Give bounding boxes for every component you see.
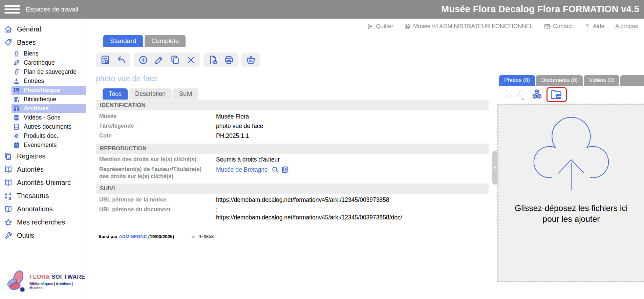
header-link-contact[interactable]: Contact: [544, 23, 573, 30]
sidebar-item-archives[interactable]: Archives: [12, 104, 86, 113]
view-tab-standard[interactable]: Standard: [103, 35, 143, 47]
cloud-upload-hd-icon: HD: [516, 89, 528, 100]
sidebar-item-entrees[interactable]: Entrées: [12, 77, 86, 86]
sidebar-item-registres[interactable]: Registres: [0, 150, 86, 163]
sidebar-item-thesaurus[interactable]: ABThesaurus: [0, 189, 86, 202]
sidebar-item-evenements[interactable]: Evènements: [12, 141, 86, 150]
workspace-label: Espaces de travail: [26, 6, 78, 13]
section-header-reproduction: REPRODUCTION: [96, 144, 489, 154]
sidebar-item-produits-doc[interactable]: Produits doc.: [12, 131, 86, 141]
doc-icon: [13, 123, 20, 130]
record-toolbar: [96, 52, 497, 67]
view-tab-complete[interactable]: Complète: [145, 35, 186, 47]
media-tab-documents-0[interactable]: Documents (0): [536, 75, 583, 86]
section-header-suivi: SUIVI: [96, 184, 489, 194]
authority-link[interactable]: Musée de Bretagne: [216, 166, 268, 173]
sidebar-item-label: Biens: [24, 50, 39, 57]
sidebar-item-biens[interactable]: Biens: [12, 49, 86, 58]
record-title: photo vue de face: [96, 74, 497, 83]
field-label: Mention des droits sur le(s) cliché(s): [99, 156, 216, 163]
file-dropzone[interactable]: Glissez-déposez les fichiers ici pour le…: [497, 104, 644, 282]
delete-button[interactable]: [186, 54, 196, 65]
edit-icon: [154, 55, 164, 65]
sidebar: GénéralBasesBiensCarothèquePlan de sauve…: [0, 19, 86, 299]
field-value: Soumis à droits d'auteur: [216, 156, 489, 164]
sidebar-item-plan-de-sauvegarde[interactable]: Plan de sauvegarde: [12, 67, 86, 77]
open-record-button[interactable]: [281, 166, 289, 174]
wrench-icon: [4, 231, 13, 240]
copy-button[interactable]: [170, 54, 180, 65]
cloud-upload-hd-button[interactable]: HD: [516, 89, 528, 100]
header-link-musee-v4-administrateur-fonctionnel[interactable]: Musée v4 ADMINISTRATEUR FONCTIONNEL: [404, 23, 533, 30]
add-icon: [138, 55, 148, 65]
sidebar-item-carotheque[interactable]: Carothèque: [12, 58, 86, 67]
hamburger-menu-icon[interactable]: [4, 3, 20, 15]
field-value: Musée de Bretagne: [216, 166, 489, 174]
field-value: https://demobam.decalog.net/formationv45…: [216, 196, 489, 204]
sidebar-item-bibliotheque[interactable]: Bibliothèque: [12, 95, 86, 104]
sidebar-item-label: Mes recherches: [17, 218, 65, 226]
header-link-aide[interactable]: ?Aide: [584, 23, 604, 30]
sidebar-item-general[interactable]: Général: [0, 23, 86, 36]
search-button[interactable]: [271, 166, 279, 174]
search-icon: [271, 166, 279, 174]
field-label: URL pérenne du document: [99, 206, 216, 213]
field-row: CotePH.2025.1.1: [96, 131, 489, 141]
field-row: Représentant(s) de l’auteur/Titulaire(s)…: [96, 165, 489, 181]
book-icon: [4, 165, 13, 174]
cloud-upload-button[interactable]: [501, 90, 513, 100]
field-row: Titre/légendephoto vue de face: [96, 122, 489, 131]
sidebar-item-autres-documents[interactable]: Autres documents: [12, 122, 86, 131]
copy-icon: [170, 55, 180, 65]
media-panel: Photos (0)Documents (0)Vidéos (0) HD Gli…: [497, 34, 644, 299]
book-icon: [4, 178, 13, 187]
sidebar-item-annotations[interactable]: Annotations: [0, 202, 86, 216]
sidebar-item-autorites[interactable]: Autorités: [0, 163, 86, 176]
folder-image-icon: [550, 89, 563, 100]
field-row: MuséeMusée Flora: [96, 112, 489, 122]
sidebar-item-label: Autorités Unimarc: [17, 179, 71, 187]
cubes-button[interactable]: [531, 89, 543, 101]
basket-button[interactable]: [245, 54, 256, 65]
header-link-a-propos[interactable]: A propos: [615, 23, 638, 30]
header-link-label: Aide: [593, 23, 604, 30]
record-tab-suivi[interactable]: Suivi: [173, 88, 198, 100]
sidebar-item-videos-sons[interactable]: Vidéos - Sons: [12, 113, 86, 122]
undo-button[interactable]: [116, 54, 126, 65]
saisi-user-link[interactable]: ADMINFONC: [119, 234, 147, 239]
extinguisher-icon: [13, 68, 20, 76]
record-tab-description[interactable]: Description: [129, 88, 172, 100]
sidebar-item-label: Thesaurus: [17, 192, 49, 200]
svg-text:HD: HD: [521, 98, 524, 100]
print-icon: [224, 55, 234, 65]
record-footer: Saisi par ADMINFONC (19/03/2025) uk : 97…: [99, 234, 497, 239]
cloud-upload-big-icon: [519, 112, 623, 197]
inbox-down-icon: [13, 78, 20, 85]
seal-icon: [13, 50, 20, 57]
export-button[interactable]: [208, 54, 218, 65]
open-record-icon: [281, 166, 289, 174]
sidebar-item-label: Produits doc.: [24, 132, 58, 140]
section-rows: Mention des droits sur le(s) cliché(s)So…: [96, 154, 489, 183]
header-link-quitter[interactable]: Quitter: [367, 23, 393, 30]
sidebar-item-label: Bibliothèque: [24, 96, 56, 103]
sidebar-item-label: Carothèque: [24, 59, 55, 66]
sidebar-item-bases[interactable]: Bases: [0, 36, 86, 49]
sidebar-item-phototheque[interactable]: Photothèque: [12, 86, 86, 95]
record-tab-tous[interactable]: Tous: [103, 88, 128, 100]
sidebar-item-autorites-unimarc[interactable]: Autorités Unimarc: [0, 176, 86, 189]
media-tab-videos-0[interactable]: Vidéos (0): [584, 75, 619, 86]
sidebar-nav: GénéralBasesBiensCarothèquePlan de sauve…: [0, 23, 86, 242]
sidebar-item-label: Autres documents: [24, 123, 71, 130]
edit-button[interactable]: [154, 54, 164, 65]
add-button[interactable]: [138, 54, 148, 65]
field-value-line: https://demobam.decalog.net/formationv45…: [216, 214, 489, 222]
sidebar-item-outils[interactable]: Outils: [0, 229, 86, 242]
sidebar-item-mes-recherches[interactable]: Mes recherches: [0, 216, 86, 229]
folder-image-button[interactable]: [546, 87, 567, 102]
saisi-prefix: Saisi par: [99, 234, 117, 239]
panel-splitter-handle[interactable]: [492, 151, 497, 185]
print-button[interactable]: [223, 54, 234, 65]
media-tab-photos-0[interactable]: Photos (0): [499, 75, 535, 86]
list-search-button[interactable]: [100, 54, 110, 65]
